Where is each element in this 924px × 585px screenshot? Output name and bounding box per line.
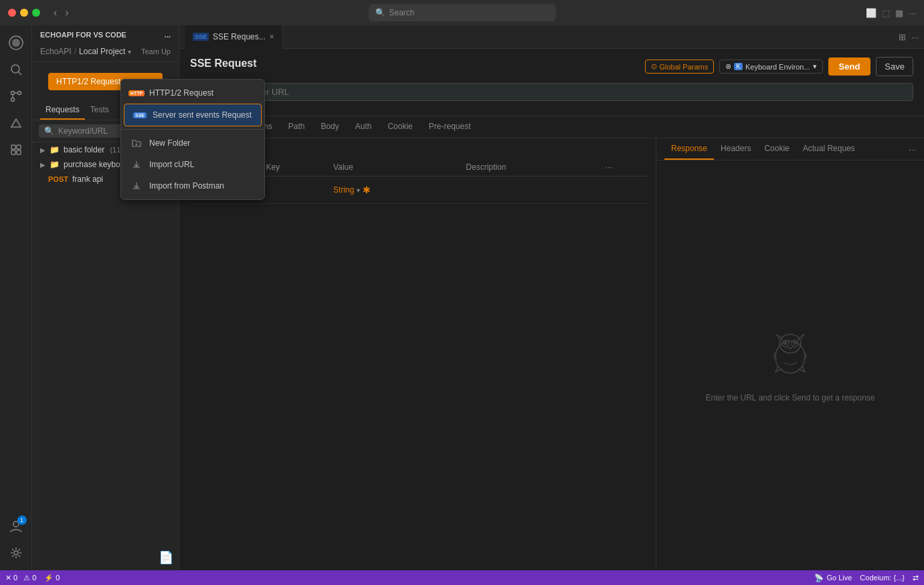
activity-icon-deploy[interactable] — [4, 111, 28, 135]
svg-point-4 — [11, 92, 14, 95]
sidebar-footer: 📄 — [153, 545, 179, 570]
post-method-label: POST — [48, 175, 68, 183]
svg-line-3 — [18, 72, 21, 76]
owl-illustration — [763, 329, 817, 382]
sse-request-icon: SSE — [134, 109, 146, 121]
svg-point-1 — [12, 39, 20, 47]
req-tab-body[interactable]: Body — [312, 116, 347, 138]
sse-request-tab[interactable]: SSE SSE Reques... × — [185, 25, 283, 49]
col-more[interactable]: ··· — [600, 158, 648, 177]
new-folder-icon — [130, 137, 143, 149]
svg-rect-8 — [17, 145, 21, 149]
response-empty: Enter the URL and click Send to get a re… — [656, 160, 924, 570]
resp-more-icon[interactable]: ··· — [909, 144, 916, 154]
split-editor-icon[interactable]: ⊞ — [899, 32, 906, 42]
save-button[interactable]: Save — [876, 57, 913, 76]
request-actions: ⊙ Global Params ⊗ K Keyboard Environ... … — [645, 57, 914, 76]
maximize-button[interactable] — [32, 9, 40, 17]
url-input[interactable] — [241, 83, 913, 101]
nav-arrows: ‹ › — [51, 5, 72, 20]
post-item-name: frank api — [72, 174, 103, 184]
sidebar-project: EchoAPI / Local Project ▾ Team Up — [32, 44, 179, 62]
activity-icon-settings[interactable] — [4, 541, 28, 565]
req-tab-pre-request[interactable]: Pre-request — [421, 116, 479, 138]
string-type-dropdown[interactable]: ▾ — [357, 187, 360, 194]
request-tabs: Headers Params Path Body Auth Cookie Pre… — [179, 116, 924, 138]
status-right: 📡 Go Live Codeium: {...} ⇄ — [814, 574, 919, 582]
global-params-icon: ⊙ — [651, 62, 657, 71]
project-name[interactable]: Local Project — [79, 47, 125, 56]
activity-icon-user[interactable]: 1 — [4, 514, 28, 538]
layout-icon[interactable]: ⬚ — [882, 8, 890, 18]
req-tab-cookie[interactable]: Cookie — [379, 116, 420, 138]
menu-item-new-folder[interactable]: New Folder — [121, 132, 264, 154]
activity-icon-logo[interactable] — [4, 31, 28, 55]
forward-arrow[interactable]: › — [62, 5, 71, 20]
tab-requests[interactable]: Requests — [40, 101, 85, 120]
resp-tab-response[interactable]: Response — [664, 138, 714, 160]
breadcrumb-separator: / — [74, 47, 76, 56]
svg-rect-10 — [17, 150, 21, 154]
activity-icon-search[interactable] — [4, 57, 28, 82]
sse-tab-label: SSE — [193, 33, 209, 41]
error-indicator: ✕ 0 ⚠ 0 — [5, 574, 36, 582]
http-request-icon: HTTP — [130, 87, 143, 99]
global-search[interactable]: 🔍 Search — [369, 4, 556, 21]
global-params-label: Global Params — [660, 63, 709, 71]
dropdown-menu: HTTP HTTP1/2 Request SSE Server sent eve… — [120, 79, 265, 200]
sidebar-search-icon: 🔍 — [44, 126, 54, 136]
send-button[interactable]: Send — [828, 57, 871, 76]
team-up-button[interactable]: Team Up — [141, 47, 171, 55]
error-icon: ✕ — [5, 574, 11, 582]
menu-item-http-label: HTTP1/2 Request — [149, 88, 213, 98]
tab-more-icon[interactable]: ··· — [911, 32, 919, 42]
tab-close-button[interactable]: × — [270, 32, 274, 41]
codeium-label[interactable]: Codeium: {...} — [860, 574, 905, 582]
project-dropdown-icon[interactable]: ▾ — [128, 48, 131, 55]
row-value-cell[interactable]: String ▾ ✱ — [328, 177, 460, 204]
info-icon: ⚡ — [44, 574, 54, 582]
keyboard-env-label: Keyboard Environ... — [745, 63, 810, 71]
menu-item-import-postman[interactable]: Import from Postman — [121, 175, 264, 197]
menu-item-postman-label: Import from Postman — [149, 181, 224, 191]
info-indicator: ⚡ 0 — [44, 574, 60, 582]
menu-item-http-request[interactable]: HTTP HTTP1/2 Request — [121, 82, 264, 104]
sync-icon[interactable]: ⇄ — [913, 574, 919, 582]
tab-title: SSE Reques... — [213, 32, 266, 41]
row-more-cell[interactable] — [600, 177, 648, 204]
status-bar: ✕ 0 ⚠ 0 ⚡ 0 📡 Go Live Codeium: {...} ⇄ — [0, 570, 924, 585]
traffic-lights — [8, 9, 40, 17]
back-arrow[interactable]: ‹ — [51, 5, 60, 20]
warning-icon: ⚠ — [23, 574, 30, 582]
req-tab-auth[interactable]: Auth — [347, 116, 380, 138]
search-icon: 🔍 — [375, 8, 385, 17]
right-panel: Response Headers Cookie Actual Reques ··… — [656, 138, 924, 570]
row-description-cell[interactable] — [460, 177, 599, 204]
panel-icon[interactable]: ▦ — [895, 8, 903, 18]
sidebar-footer-icon[interactable]: 📄 — [159, 551, 173, 564]
keyboard-env-button[interactable]: ⊗ K Keyboard Environ... ▾ — [719, 60, 822, 74]
menu-item-import-curl[interactable]: Import cURL — [121, 154, 264, 175]
resp-tab-cookie[interactable]: Cookie — [757, 138, 796, 160]
tab-right-actions: ⊞ ··· — [899, 32, 919, 42]
go-live-icon: 📡 — [814, 574, 824, 582]
minimize-button[interactable] — [20, 9, 28, 17]
folder-name: basic folder — [64, 145, 104, 154]
resp-tab-actual-request[interactable]: Actual Reques — [796, 138, 862, 160]
sidebar-toggle-icon[interactable]: ⬜ — [866, 8, 876, 18]
go-live-button[interactable]: 📡 Go Live — [814, 574, 852, 582]
keyboard-env-dropdown[interactable]: ▾ — [813, 62, 817, 71]
sidebar-more-icon[interactable]: ... — [165, 31, 171, 39]
more-options-icon[interactable]: ··· — [909, 8, 916, 18]
close-button[interactable] — [8, 9, 16, 17]
activity-icon-git[interactable] — [4, 84, 28, 108]
req-tab-path[interactable]: Path — [280, 116, 313, 138]
tab-tests[interactable]: Tests — [85, 101, 114, 120]
global-params-button[interactable]: ⊙ Global Params — [645, 60, 715, 74]
resp-tab-headers[interactable]: Headers — [714, 138, 757, 160]
panels-area: ▾ Public (header) ✓ Key Value — [179, 138, 924, 570]
row-key-cell[interactable] — [261, 177, 329, 204]
activity-icon-collections[interactable] — [4, 138, 28, 162]
menu-item-sse-request[interactable]: SSE Server sent events Request — [124, 104, 262, 126]
request-header-row: SSE Request ⊙ Global Params ⊗ K Keyboard… — [190, 57, 913, 76]
